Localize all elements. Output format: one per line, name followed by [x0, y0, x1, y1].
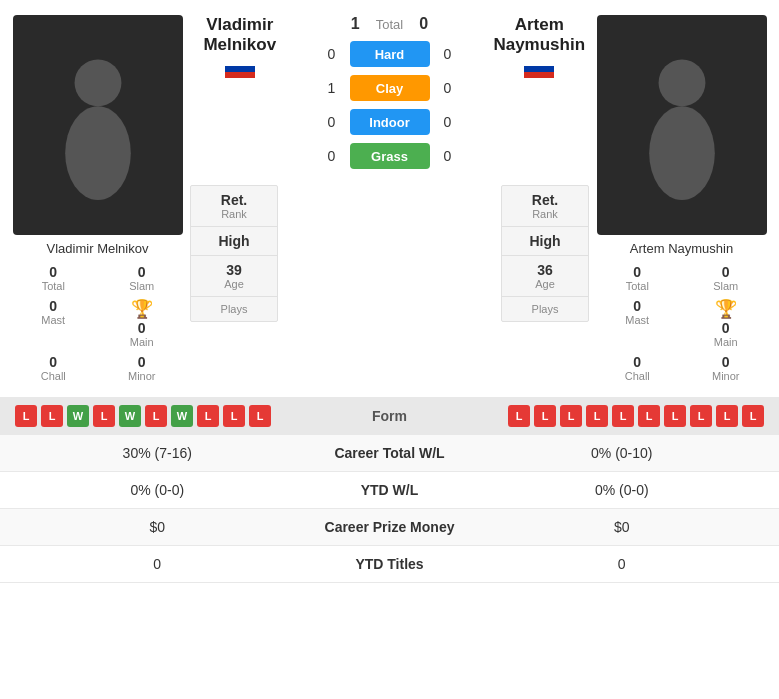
stat-row: 0 YTD Titles 0 [0, 546, 779, 583]
total-row: 1 Total 0 [351, 15, 428, 33]
grass-p1: 0 [322, 148, 342, 164]
player1-minor-cell: 0 Minor [99, 352, 186, 384]
player1-rank-label: Rank [221, 208, 247, 220]
hard-p1: 0 [322, 46, 342, 62]
player2-chall-cell: 0 Chall [594, 352, 681, 384]
svg-rect-5 [524, 60, 554, 66]
grass-row: 0 Grass 0 [322, 139, 458, 173]
player2-high-row: High [502, 227, 588, 256]
player2-trophy-cell: 🏆 0 Main [683, 296, 770, 350]
player1-form-badge: L [197, 405, 219, 427]
player2-photo [597, 15, 767, 235]
stats-rows: 30% (7-16) Career Total W/L 0% (0-10) 0%… [0, 435, 779, 583]
form-label: Form [330, 408, 450, 424]
player2-form-badge: L [560, 405, 582, 427]
player2-rank-label: Rank [532, 208, 558, 220]
indoor-row: 0 Indoor 0 [322, 105, 458, 139]
player1-trophy-icon: 🏆 [131, 298, 153, 320]
player1-flag [225, 60, 255, 78]
player1-photo [13, 15, 183, 235]
player2-minor-value: 0 [722, 354, 730, 370]
player1-age-value: 39 [226, 262, 242, 278]
center-column: Vladimir Melnikov 1 Total 0 [190, 15, 589, 322]
svg-rect-6 [524, 66, 554, 72]
stat-p2-2: $0 [480, 519, 765, 535]
hard-label: Hard [375, 47, 405, 62]
player1-form-badge: L [249, 405, 271, 427]
player1-name: Vladimir Melnikov [47, 241, 149, 256]
player2-form-badge: L [716, 405, 738, 427]
player2-total-label: Total [626, 280, 649, 292]
player1-form-badge: W [67, 405, 89, 427]
player1-rank-value: Ret. [221, 192, 247, 208]
svg-rect-7 [524, 72, 554, 78]
player2-form-badge: L [690, 405, 712, 427]
stat-p1-2: $0 [15, 519, 300, 535]
player1-chall-cell: 0 Chall [10, 352, 97, 384]
stat-row: 30% (7-16) Career Total W/L 0% (0-10) [0, 435, 779, 472]
player2-mast-cell: 0 Mast [594, 296, 681, 350]
player1-form-badge: W [119, 405, 141, 427]
player2-slam-value: 0 [722, 264, 730, 280]
player2-rank-value: Ret. [532, 192, 558, 208]
player1-mast-cell: 0 Mast [10, 296, 97, 350]
player2-rank-row: Ret. Rank [502, 186, 588, 227]
clay-row: 1 Clay 0 [322, 71, 458, 105]
scores-column: 1 Total 0 0 Hard 0 1 [290, 15, 490, 173]
stat-p1-1: 0% (0-0) [15, 482, 300, 498]
player2-minor-label: Minor [712, 370, 740, 382]
player1-form-badge: L [41, 405, 63, 427]
hard-badge: Hard [350, 41, 430, 67]
player2-high-value: High [529, 233, 560, 249]
player2-name: Artem Naymushin [630, 241, 733, 256]
player2-form-badge: L [612, 405, 634, 427]
player1-slam-label: Slam [129, 280, 154, 292]
player1-form-badge: L [15, 405, 37, 427]
form-section: LLWLWLWLLL Form LLLLLLLLLL [0, 397, 779, 435]
player1-name-center: Vladimir Melnikov [190, 15, 290, 173]
player1-minor-label: Minor [128, 370, 156, 382]
player2-form-badge: L [742, 405, 764, 427]
player2-trophy-icon: 🏆 [715, 298, 737, 320]
svg-rect-4 [225, 72, 255, 78]
player1-form-badge: L [223, 405, 245, 427]
player1-trophy-cell: 🏆 0 Main [99, 296, 186, 350]
total-p2: 0 [419, 15, 428, 33]
player2-stats: 0 Total 0 Slam 0 Mast 🏆 0 Main 0 [594, 262, 769, 384]
player2-age-value: 36 [537, 262, 553, 278]
player2-form: LLLLLLLLLL [450, 405, 765, 427]
player2-card: Ret. Rank High 36 Age Plays [501, 185, 589, 322]
player2-plays-label: Plays [532, 303, 559, 315]
player2-age-row: 36 Age [502, 256, 588, 297]
player1-main-label: Main [130, 336, 154, 348]
indoor-p1: 0 [322, 114, 342, 130]
player1-chall-label: Chall [41, 370, 66, 382]
main-container: Vladimir Melnikov 0 Total 0 Slam 0 Mast … [0, 0, 779, 583]
player2-flag [524, 60, 554, 78]
clay-p1: 1 [322, 80, 342, 96]
total-label: Total [376, 17, 403, 32]
player1-form-badge: L [145, 405, 167, 427]
stat-p2-3: 0 [480, 556, 765, 572]
svg-point-8 [658, 59, 705, 106]
player2-main-label: Main [714, 336, 738, 348]
player1-mast-value: 0 [49, 298, 57, 314]
svg-point-9 [649, 106, 715, 200]
player1-column: Vladimir Melnikov 0 Total 0 Slam 0 Mast … [10, 15, 185, 384]
player1-age-row: 39 Age [191, 256, 277, 297]
stat-row: $0 Career Prize Money $0 [0, 509, 779, 546]
stat-label-2: Career Prize Money [300, 519, 480, 535]
svg-point-0 [74, 59, 121, 106]
player1-high-value: High [218, 233, 249, 249]
player2-form-badge: L [534, 405, 556, 427]
stat-p1-3: 0 [15, 556, 300, 572]
player1-age-label: Age [224, 278, 244, 290]
player1-total-cell: 0 Total [10, 262, 97, 294]
svg-point-1 [65, 106, 131, 200]
player1-mast-label: Mast [41, 314, 65, 326]
hard-row: 0 Hard 0 [322, 37, 458, 71]
grass-label: Grass [371, 149, 408, 164]
player2-plays-row: Plays [502, 297, 588, 321]
player2-display-name: ArtemNaymushin [490, 15, 590, 55]
player2-form-badge: L [638, 405, 660, 427]
